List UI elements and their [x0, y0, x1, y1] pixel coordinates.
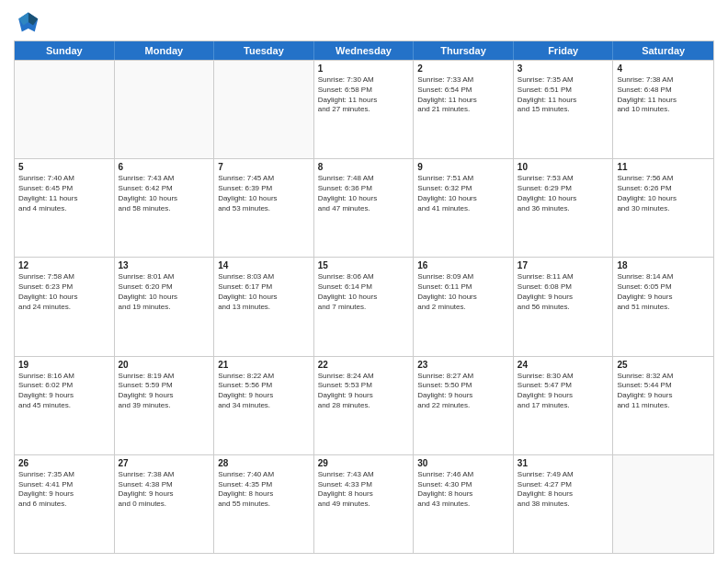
- calendar-cell-28: 28Sunrise: 7:40 AM Sunset: 4:35 PM Dayli…: [214, 455, 314, 553]
- day-number: 31: [518, 458, 609, 468]
- cell-info: Sunrise: 7:58 AM Sunset: 6:23 PM Dayligh…: [18, 272, 110, 312]
- cell-info: Sunrise: 7:46 AM Sunset: 4:30 PM Dayligh…: [417, 470, 509, 510]
- calendar-cell-22: 22Sunrise: 8:24 AM Sunset: 5:53 PM Dayli…: [314, 357, 415, 454]
- cell-info: Sunrise: 8:09 AM Sunset: 6:11 PM Dayligh…: [417, 272, 509, 312]
- day-number: 28: [218, 458, 310, 468]
- cell-info: Sunrise: 7:30 AM Sunset: 6:58 PM Dayligh…: [318, 75, 410, 115]
- calendar-row-0: 1Sunrise: 7:30 AM Sunset: 6:58 PM Daylig…: [15, 60, 713, 158]
- day-number: 16: [417, 260, 509, 270]
- calendar-cell-11: 11Sunrise: 7:56 AM Sunset: 6:26 PM Dayli…: [613, 159, 713, 257]
- cell-info: Sunrise: 8:32 AM Sunset: 5:44 PM Dayligh…: [617, 372, 710, 411]
- calendar: SundayMondayTuesdayWednesdayThursdayFrid…: [14, 40, 714, 554]
- cell-info: Sunrise: 7:51 AM Sunset: 6:32 PM Dayligh…: [417, 174, 509, 213]
- header-day-friday: Friday: [514, 41, 614, 60]
- day-number: 30: [417, 458, 509, 468]
- header-day-sunday: Sunday: [15, 41, 115, 60]
- cell-info: Sunrise: 7:56 AM Sunset: 6:26 PM Dayligh…: [617, 174, 710, 213]
- day-number: 12: [18, 260, 110, 270]
- day-number: 7: [218, 162, 310, 172]
- day-number: 23: [417, 360, 509, 370]
- cell-info: Sunrise: 7:53 AM Sunset: 6:29 PM Dayligh…: [518, 174, 609, 213]
- day-number: 10: [518, 162, 609, 172]
- day-number: 26: [18, 458, 110, 468]
- calendar-cell-8: 8Sunrise: 7:48 AM Sunset: 6:36 PM Daylig…: [314, 159, 415, 257]
- calendar-cell-19: 19Sunrise: 8:16 AM Sunset: 6:02 PM Dayli…: [15, 357, 115, 454]
- calendar-cell-10: 10Sunrise: 7:53 AM Sunset: 6:29 PM Dayli…: [514, 159, 614, 257]
- calendar-cell-18: 18Sunrise: 8:14 AM Sunset: 6:05 PM Dayli…: [613, 258, 713, 355]
- calendar-cell-20: 20Sunrise: 8:19 AM Sunset: 5:59 PM Dayli…: [115, 357, 215, 454]
- day-number: 13: [119, 260, 210, 270]
- header-day-thursday: Thursday: [414, 41, 514, 60]
- cell-info: Sunrise: 8:30 AM Sunset: 5:47 PM Dayligh…: [518, 372, 609, 411]
- cell-info: Sunrise: 7:38 AM Sunset: 6:48 PM Dayligh…: [617, 75, 710, 115]
- day-number: 20: [119, 360, 210, 370]
- calendar-cell-5: 5Sunrise: 7:40 AM Sunset: 6:45 PM Daylig…: [15, 159, 115, 257]
- calendar-row-3: 19Sunrise: 8:16 AM Sunset: 6:02 PM Dayli…: [15, 356, 713, 454]
- cell-info: Sunrise: 8:03 AM Sunset: 6:17 PM Dayligh…: [218, 272, 310, 312]
- calendar-cell-26: 26Sunrise: 7:35 AM Sunset: 4:41 PM Dayli…: [15, 455, 115, 553]
- logo: [14, 9, 43, 35]
- cell-info: Sunrise: 8:19 AM Sunset: 5:59 PM Dayligh…: [119, 372, 210, 411]
- logo-icon: [14, 9, 40, 35]
- cell-info: Sunrise: 8:01 AM Sunset: 6:20 PM Dayligh…: [119, 272, 210, 312]
- calendar-header: SundayMondayTuesdayWednesdayThursdayFrid…: [15, 41, 713, 60]
- day-number: 5: [18, 162, 110, 172]
- cell-info: Sunrise: 8:14 AM Sunset: 6:05 PM Dayligh…: [617, 272, 710, 312]
- day-number: 25: [617, 360, 710, 370]
- day-number: 18: [617, 260, 710, 270]
- cell-info: Sunrise: 8:06 AM Sunset: 6:14 PM Dayligh…: [318, 272, 410, 312]
- day-number: 22: [318, 360, 410, 370]
- day-number: 2: [417, 63, 509, 74]
- calendar-cell-17: 17Sunrise: 8:11 AM Sunset: 6:08 PM Dayli…: [514, 258, 614, 355]
- cell-info: Sunrise: 8:22 AM Sunset: 5:56 PM Dayligh…: [218, 372, 310, 411]
- calendar-row-2: 12Sunrise: 7:58 AM Sunset: 6:23 PM Dayli…: [15, 257, 713, 355]
- cell-info: Sunrise: 7:43 AM Sunset: 4:33 PM Dayligh…: [318, 470, 410, 510]
- header-day-monday: Monday: [115, 41, 215, 60]
- cell-info: Sunrise: 7:33 AM Sunset: 6:54 PM Dayligh…: [417, 75, 509, 115]
- day-number: 3: [518, 63, 609, 74]
- calendar-cell-25: 25Sunrise: 8:32 AM Sunset: 5:44 PM Dayli…: [613, 357, 713, 454]
- calendar-row-4: 26Sunrise: 7:35 AM Sunset: 4:41 PM Dayli…: [15, 454, 713, 553]
- calendar-cell-2: 2Sunrise: 7:33 AM Sunset: 6:54 PM Daylig…: [414, 61, 514, 158]
- day-number: 11: [617, 162, 710, 172]
- calendar-cell-empty-0-2: [214, 61, 314, 158]
- calendar-cell-7: 7Sunrise: 7:45 AM Sunset: 6:39 PM Daylig…: [214, 159, 314, 257]
- day-number: 6: [119, 162, 210, 172]
- header-day-tuesday: Tuesday: [214, 41, 314, 60]
- calendar-row-1: 5Sunrise: 7:40 AM Sunset: 6:45 PM Daylig…: [15, 158, 713, 257]
- day-number: 29: [318, 458, 410, 468]
- cell-info: Sunrise: 8:24 AM Sunset: 5:53 PM Dayligh…: [318, 372, 410, 411]
- day-number: 14: [218, 260, 310, 270]
- day-number: 21: [218, 360, 310, 370]
- calendar-cell-29: 29Sunrise: 7:43 AM Sunset: 4:33 PM Dayli…: [314, 455, 415, 553]
- day-number: 17: [518, 260, 609, 270]
- cell-info: Sunrise: 7:35 AM Sunset: 4:41 PM Dayligh…: [18, 470, 110, 510]
- header: [14, 9, 714, 35]
- day-number: 27: [119, 458, 210, 468]
- calendar-cell-30: 30Sunrise: 7:46 AM Sunset: 4:30 PM Dayli…: [414, 455, 514, 553]
- cell-info: Sunrise: 7:49 AM Sunset: 4:27 PM Dayligh…: [518, 470, 609, 510]
- day-number: 1: [318, 63, 410, 74]
- cell-info: Sunrise: 7:38 AM Sunset: 4:38 PM Dayligh…: [119, 470, 210, 510]
- calendar-cell-31: 31Sunrise: 7:49 AM Sunset: 4:27 PM Dayli…: [514, 455, 614, 553]
- day-number: 19: [18, 360, 110, 370]
- calendar-cell-empty-0-1: [115, 61, 215, 158]
- cell-info: Sunrise: 7:48 AM Sunset: 6:36 PM Dayligh…: [318, 174, 410, 213]
- header-day-wednesday: Wednesday: [314, 41, 415, 60]
- calendar-cell-21: 21Sunrise: 8:22 AM Sunset: 5:56 PM Dayli…: [214, 357, 314, 454]
- calendar-cell-4: 4Sunrise: 7:38 AM Sunset: 6:48 PM Daylig…: [613, 61, 713, 158]
- cell-info: Sunrise: 8:16 AM Sunset: 6:02 PM Dayligh…: [18, 372, 110, 411]
- calendar-cell-12: 12Sunrise: 7:58 AM Sunset: 6:23 PM Dayli…: [15, 258, 115, 355]
- calendar-cell-15: 15Sunrise: 8:06 AM Sunset: 6:14 PM Dayli…: [314, 258, 415, 355]
- calendar-cell-24: 24Sunrise: 8:30 AM Sunset: 5:47 PM Dayli…: [514, 357, 614, 454]
- calendar-cell-27: 27Sunrise: 7:38 AM Sunset: 4:38 PM Dayli…: [115, 455, 215, 553]
- calendar-cell-23: 23Sunrise: 8:27 AM Sunset: 5:50 PM Dayli…: [414, 357, 514, 454]
- day-number: 8: [318, 162, 410, 172]
- calendar-cell-empty-4-6: [613, 455, 713, 553]
- calendar-cell-empty-0-0: [15, 61, 115, 158]
- cell-info: Sunrise: 7:40 AM Sunset: 6:45 PM Dayligh…: [18, 174, 110, 213]
- calendar-cell-6: 6Sunrise: 7:43 AM Sunset: 6:42 PM Daylig…: [115, 159, 215, 257]
- calendar-body: 1Sunrise: 7:30 AM Sunset: 6:58 PM Daylig…: [15, 60, 713, 553]
- page: SundayMondayTuesdayWednesdayThursdayFrid…: [0, 0, 728, 563]
- day-number: 24: [518, 360, 609, 370]
